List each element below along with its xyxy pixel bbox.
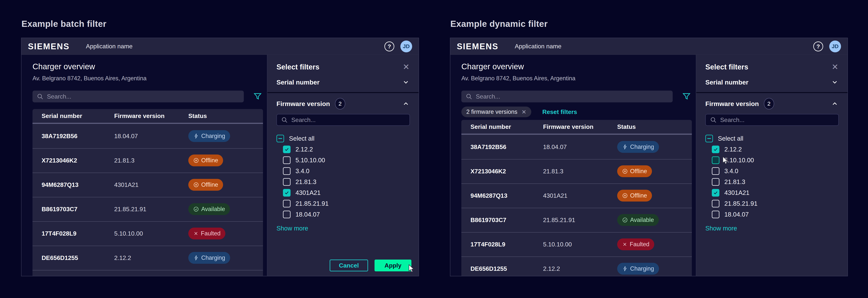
close-icon[interactable]: ✕ (832, 63, 838, 71)
table-row[interactable]: 17T4F028L9 5.10.10.00 Faulted (32, 221, 263, 246)
table-row[interactable]: 94M6287Q13 4301A21 Offline (32, 172, 263, 197)
search-icon (281, 116, 288, 123)
checkbox-unchecked[interactable] (283, 156, 290, 164)
table-search-field[interactable] (461, 90, 673, 102)
status-badge: Offline (617, 165, 652, 177)
checkbox-unchecked[interactable] (712, 178, 719, 186)
col-firmware-version: Firmware version (543, 123, 617, 130)
table-row[interactable]: 38A7192B56 18.04.07 Charging (461, 135, 692, 159)
active-filters-row: 2 firmware versions ✕ Reset filters (461, 107, 691, 117)
checkbox-label: 4301A21 (296, 189, 320, 196)
firmware-option[interactable]: 3.4.0 (705, 166, 838, 177)
firmware-option[interactable]: 4301A21 (277, 187, 409, 198)
checkbox-checked[interactable] (283, 189, 290, 196)
firmware-option[interactable]: 21.85.21.91 (705, 198, 838, 209)
table-row[interactable]: X7213046K2 21.81.3 Offline (32, 148, 263, 172)
checkbox-unchecked[interactable] (283, 211, 290, 218)
chip-close-icon[interactable]: ✕ (522, 109, 526, 115)
location-subtitle: Av. Belgrano 8742, Buenos Aires, Argenti… (461, 75, 691, 82)
checkbox-checked[interactable] (712, 145, 719, 153)
available-check-icon (622, 217, 628, 223)
checkbox-label: 3.4.0 (296, 167, 309, 175)
firmware-option[interactable]: 21.81.3 (277, 177, 409, 187)
table-row[interactable]: DE656D1255 2.12.2 Charging (32, 246, 263, 270)
chargers-table: Serial number Firmware version Status 38… (32, 109, 263, 276)
checkbox-unchecked[interactable] (283, 200, 290, 208)
checkbox-checked[interactable] (712, 189, 719, 196)
firmware-cell: 5.10.10.00 (543, 241, 617, 248)
firmware-option[interactable]: 18.04.07 (277, 209, 409, 220)
firmware-cell: 4301A21 (543, 192, 617, 199)
filter-section-label: Serial number (277, 79, 320, 86)
serial-cell: X7213046K2 (32, 157, 114, 164)
apply-button[interactable]: Apply (374, 260, 411, 271)
filter-section-firmware-version[interactable]: Firmware version 2 (277, 98, 409, 110)
firmware-option[interactable]: 21.81.3 (705, 177, 838, 187)
user-avatar[interactable]: JD (400, 40, 412, 52)
help-icon[interactable]: ? (813, 42, 823, 51)
serial-cell: 17T4F028L9 (32, 230, 114, 237)
table-row[interactable]: 94M6287Q13 4301A21 Offline (461, 184, 692, 208)
firmware-option[interactable]: 21.85.21.91 (277, 198, 409, 209)
chevron-up-icon (402, 100, 409, 107)
table-row[interactable]: B8619703C7 21.85.21.91 Available (461, 208, 692, 232)
chevron-up-icon (831, 100, 838, 107)
filter-section-firmware-version[interactable]: Firmware version 2 (705, 98, 838, 110)
filter-search-input[interactable] (291, 116, 405, 124)
checkbox-unchecked[interactable] (712, 200, 719, 208)
serial-cell: B8619703C7 (32, 206, 114, 213)
checkbox-label: Select all (718, 135, 743, 142)
filter-chip[interactable]: 2 firmware versions ✕ (461, 107, 531, 117)
firmware-cell: 21.81.3 (114, 157, 188, 164)
close-icon[interactable]: ✕ (403, 63, 409, 71)
checkbox-unchecked[interactable] (712, 167, 719, 175)
select-all-option[interactable]: Select all (705, 133, 838, 144)
status-badge: Charging (617, 141, 659, 153)
siemens-logo: SIEMENS (457, 42, 498, 51)
help-icon[interactable]: ? (384, 42, 394, 51)
reset-filters-link[interactable]: Reset filters (542, 108, 577, 115)
firmware-cell: 2.12.2 (543, 265, 617, 272)
table-row[interactable]: B8619703C7 21.85.21.91 Available (32, 197, 263, 221)
checkbox-pressing[interactable] (712, 156, 719, 164)
table-search-field[interactable] (32, 90, 244, 102)
table-row[interactable]: DE656D1255 2.12.2 Charging (461, 256, 692, 276)
filter-section-serial-number[interactable]: Serial number (705, 77, 838, 87)
cancel-button[interactable]: Cancel (330, 260, 368, 271)
status-badge: Available (617, 214, 659, 226)
firmware-option[interactable]: 2.12.2 (277, 144, 409, 155)
app-window: SIEMENS Application name ? JD Charger ov… (21, 38, 419, 276)
checkbox-unchecked[interactable] (712, 211, 719, 218)
checkbox-checked[interactable] (283, 145, 290, 153)
window-content: Charger overview Av. Belgrano 8742, Buen… (450, 55, 847, 276)
select-all-option[interactable]: Select all (277, 133, 409, 144)
filter-section-serial-number[interactable]: Serial number (277, 77, 409, 87)
firmware-option[interactable]: 18.04.07 (705, 209, 838, 220)
filter-funnel-icon[interactable] (682, 92, 691, 101)
firmware-option[interactable]: 3.4.0 (277, 166, 409, 177)
firmware-option[interactable]: 2.12.2 (705, 144, 838, 155)
filter-search-field[interactable] (277, 114, 410, 126)
checkbox-unchecked[interactable] (283, 178, 290, 186)
firmware-option-clicked[interactable]: 5.10.10.00 (705, 155, 838, 166)
search-input[interactable] (47, 93, 240, 100)
show-more-link[interactable]: Show more (277, 225, 409, 232)
filter-search-input[interactable] (720, 116, 834, 124)
select-all-checkbox[interactable] (277, 135, 284, 142)
filters-title: Select filters (277, 63, 403, 71)
filter-search-field[interactable] (705, 114, 839, 126)
search-input[interactable] (476, 93, 669, 100)
user-avatar[interactable]: JD (829, 40, 841, 52)
checkbox-label: 21.85.21.91 (296, 200, 329, 207)
firmware-option[interactable]: 4301A21 (705, 187, 838, 198)
show-more-link[interactable]: Show more (705, 225, 838, 232)
table-row[interactable]: 17T4F028L9 5.10.10.00 Faulted (461, 232, 692, 256)
firmware-option[interactable]: 5.10.10.00 (277, 155, 409, 166)
checkbox-unchecked[interactable] (283, 167, 290, 175)
checkbox-label: 21.81.3 (724, 178, 745, 186)
table-row[interactable]: X7213046K2 21.81.3 Offline (461, 159, 692, 184)
select-all-checkbox[interactable] (705, 135, 713, 142)
table-row[interactable]: 38A7192B56 18.04.07 Charging (32, 124, 263, 148)
app-name: Application name (86, 43, 132, 50)
filter-funnel-icon[interactable] (253, 92, 262, 101)
